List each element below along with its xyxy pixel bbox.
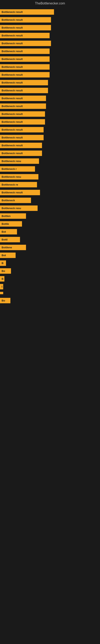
bottleneck-bar: Bottleneck result (0, 56, 50, 62)
bar-row: Bottleneck result (0, 64, 100, 70)
bar-row: Bottleneck result (0, 103, 100, 109)
bar-row: Bottleneck (0, 197, 100, 204)
site-title: TheBottlenecker.com (0, 0, 100, 7)
bar-row: Bottleneck result (0, 72, 100, 78)
bar-row: Bottleneck result (0, 111, 100, 117)
bar-row: Bottleneck result (0, 134, 100, 141)
bottleneck-bar: Bottleneck re (0, 182, 37, 187)
bar-row: Bottleneck re (0, 182, 100, 188)
bottleneck-bar: Bottleneck result (0, 150, 42, 156)
bar-row: Bottleneck result (0, 80, 100, 86)
bottleneck-bar: B (0, 276, 4, 282)
bottleneck-bar: Bottleneck r (0, 166, 35, 172)
bar-row: Bottle (0, 221, 100, 227)
bar-row: Bottleneck result (0, 142, 100, 148)
bottleneck-bar: Bottleneck result (0, 190, 40, 195)
bar-row: Bottleneck result (0, 190, 100, 196)
bottleneck-bar: Bottleneck result (0, 104, 46, 109)
bottleneck-bar: Bottleneck resu (0, 206, 38, 211)
bottleneck-bar: Bottlene (0, 245, 26, 250)
bottleneck-bar: Bottleneck result (0, 143, 42, 148)
bar-row: I (0, 284, 100, 290)
bar-row: Bottleneck result (0, 48, 100, 54)
bottleneck-bar: Bottleneck result (0, 48, 50, 54)
bottleneck-bar: Bottleneck result (0, 17, 51, 22)
bottleneck-bar: Bottleneck result (0, 88, 48, 93)
bottleneck-bar: Bot (0, 252, 16, 258)
bar-row: Bottleneck result (0, 87, 100, 94)
bar-row: Bottleneck result (0, 126, 100, 133)
bar-row: B (0, 276, 100, 282)
bottleneck-bar: Bottlen (0, 213, 26, 219)
bottleneck-bar: Bottleneck resu (0, 158, 39, 164)
bar-row: Bottleneck resu (0, 205, 100, 211)
bar-row: B (0, 260, 100, 266)
bottleneck-bar: Bottleneck result (0, 9, 54, 15)
bottleneck-bar: Bottleneck (0, 198, 31, 203)
bottleneck-bar (0, 292, 3, 294)
bar-row: Bottleneck r (0, 166, 100, 172)
bar-row: Bottleneck result (0, 95, 100, 102)
bottleneck-bar: Bottleneck resu (0, 174, 38, 180)
bar-row: Bottl (0, 236, 100, 243)
bar-row: Bottleneck resu (0, 174, 100, 180)
bottleneck-bar: Bottleneck result (0, 64, 50, 70)
bottleneck-bar: Bottleneck result (0, 72, 50, 78)
bottleneck-bar: I (0, 284, 3, 290)
bottleneck-bar: Bot (0, 229, 17, 234)
bottleneck-bar: Bottleneck result (0, 41, 51, 46)
bars-container: Bottleneck resultBottleneck resultBottle… (0, 7, 100, 307)
bar-row: Bottleneck result (0, 9, 100, 15)
bar-row: Bottlene (0, 244, 100, 250)
bar-row: Bottlen (0, 213, 100, 219)
bar-row: Bottleneck result (0, 17, 100, 23)
bottleneck-bar: Bottl (0, 237, 20, 242)
bar-row: Bottleneck result (0, 150, 100, 156)
bottleneck-bar: Bo (0, 298, 10, 303)
bottleneck-bar: Bottleneck result (0, 119, 45, 124)
bar-row: Bottleneck result (0, 40, 100, 46)
bar-row: Bottleneck result (0, 32, 100, 39)
bottleneck-bar: Bottle (0, 221, 22, 226)
bottleneck-bar: Bottleneck result (0, 111, 45, 117)
bottleneck-bar: Bottleneck result (0, 135, 44, 140)
bottleneck-bar: Bottleneck result (0, 80, 48, 85)
bar-row: Bottleneck result (0, 56, 100, 62)
bottleneck-bar: Bottleneck result (0, 33, 50, 38)
bar-row: Bottleneck result (0, 24, 100, 31)
bottleneck-bar: Bottleneck result (0, 127, 44, 132)
bar-row: Bottleneck result (0, 119, 100, 125)
bottleneck-bar: Bo (0, 268, 11, 274)
bottleneck-bar: Bottleneck result (0, 25, 51, 30)
bar-row: Bot (0, 228, 100, 235)
bottleneck-bar: B (0, 260, 6, 266)
bar-row (0, 292, 100, 296)
bar-row: Bo (0, 268, 100, 274)
bar-row: Bot (0, 252, 100, 258)
bar-row: Bottleneck resu (0, 158, 100, 164)
bottleneck-bar: Bottleneck result (0, 96, 46, 101)
bar-row: Bo (0, 298, 100, 304)
